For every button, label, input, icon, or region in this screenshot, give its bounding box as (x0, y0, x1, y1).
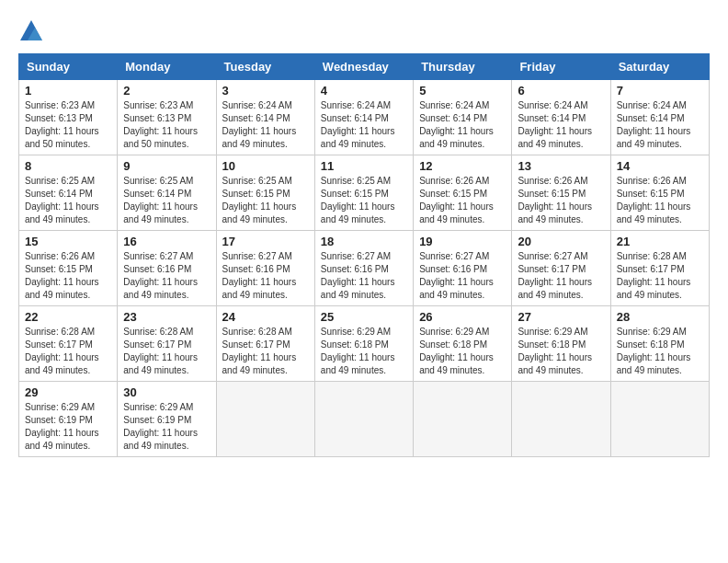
day-info: Sunrise: 6:29 AMSunset: 6:18 PMDaylight:… (419, 327, 494, 375)
calendar-week-2: 8 Sunrise: 6:25 AMSunset: 6:14 PMDayligh… (19, 155, 710, 231)
calendar-cell (414, 382, 512, 457)
day-number: 26 (419, 310, 506, 324)
calendar-cell: 14 Sunrise: 6:26 AMSunset: 6:15 PMDaylig… (610, 155, 709, 231)
day-number: 16 (123, 235, 210, 248)
day-info: Sunrise: 6:24 AMSunset: 6:14 PMDaylight:… (222, 100, 297, 149)
day-info: Sunrise: 6:27 AMSunset: 6:16 PMDaylight:… (222, 251, 297, 300)
day-number: 13 (518, 159, 604, 173)
calendar-cell: 8 Sunrise: 6:25 AMSunset: 6:14 PMDayligh… (19, 155, 118, 231)
calendar-cell: 12 Sunrise: 6:26 AMSunset: 6:15 PMDaylig… (414, 155, 512, 231)
day-number: 19 (419, 235, 506, 248)
day-info: Sunrise: 6:24 AMSunset: 6:14 PMDaylight:… (419, 100, 494, 149)
day-number: 21 (617, 235, 703, 248)
calendar-cell: 13 Sunrise: 6:26 AMSunset: 6:15 PMDaylig… (512, 155, 610, 231)
calendar-cell: 23 Sunrise: 6:28 AMSunset: 6:17 PMDaylig… (118, 306, 216, 382)
day-info: Sunrise: 6:28 AMSunset: 6:17 PMDaylight:… (222, 327, 297, 375)
day-number: 12 (419, 159, 506, 173)
calendar-cell (314, 382, 413, 457)
day-info: Sunrise: 6:24 AMSunset: 6:14 PMDaylight:… (518, 100, 592, 149)
calendar-cell: 3 Sunrise: 6:24 AMSunset: 6:14 PMDayligh… (216, 80, 314, 155)
day-number: 17 (222, 235, 309, 248)
calendar-cell: 28 Sunrise: 6:29 AMSunset: 6:18 PMDaylig… (610, 306, 709, 382)
calendar-cell: 24 Sunrise: 6:28 AMSunset: 6:17 PMDaylig… (216, 306, 314, 382)
calendar-cell: 10 Sunrise: 6:25 AMSunset: 6:15 PMDaylig… (216, 155, 314, 231)
day-number: 8 (25, 159, 111, 173)
day-number: 22 (25, 310, 111, 324)
weekday-header-monday: Monday (118, 54, 216, 80)
day-info: Sunrise: 6:25 AMSunset: 6:14 PMDaylight:… (25, 176, 99, 224)
calendar-cell: 22 Sunrise: 6:28 AMSunset: 6:17 PMDaylig… (19, 306, 118, 382)
day-number: 14 (617, 159, 703, 173)
day-info: Sunrise: 6:26 AMSunset: 6:15 PMDaylight:… (518, 176, 592, 224)
day-info: Sunrise: 6:26 AMSunset: 6:15 PMDaylight:… (25, 251, 99, 300)
day-info: Sunrise: 6:29 AMSunset: 6:18 PMDaylight:… (321, 327, 395, 375)
calendar-table: SundayMondayTuesdayWednesdayThursdayFrid… (18, 53, 710, 457)
day-info: Sunrise: 6:24 AMSunset: 6:14 PMDaylight:… (617, 100, 691, 149)
weekday-header-friday: Friday (512, 54, 610, 80)
calendar-week-1: 1 Sunrise: 6:23 AMSunset: 6:13 PMDayligh… (19, 80, 710, 155)
calendar-cell: 19 Sunrise: 6:27 AMSunset: 6:16 PMDaylig… (414, 231, 512, 306)
day-number: 10 (222, 159, 309, 173)
day-number: 7 (617, 84, 703, 98)
day-info: Sunrise: 6:26 AMSunset: 6:15 PMDaylight:… (419, 176, 494, 224)
logo-icon (18, 18, 44, 44)
calendar-cell (512, 382, 610, 457)
calendar-cell: 15 Sunrise: 6:26 AMSunset: 6:15 PMDaylig… (19, 231, 118, 306)
day-info: Sunrise: 6:26 AMSunset: 6:15 PMDaylight:… (617, 176, 691, 224)
weekday-header-thursday: Thursday (414, 54, 512, 80)
day-info: Sunrise: 6:28 AMSunset: 6:17 PMDaylight:… (617, 251, 691, 300)
day-number: 9 (123, 159, 210, 173)
day-number: 4 (321, 84, 407, 98)
day-number: 27 (518, 310, 604, 324)
day-number: 1 (25, 84, 111, 98)
calendar-week-3: 15 Sunrise: 6:26 AMSunset: 6:15 PMDaylig… (19, 231, 710, 306)
day-info: Sunrise: 6:29 AMSunset: 6:19 PMDaylight:… (25, 402, 99, 451)
day-info: Sunrise: 6:25 AMSunset: 6:15 PMDaylight:… (321, 176, 395, 224)
day-info: Sunrise: 6:27 AMSunset: 6:16 PMDaylight:… (419, 251, 494, 300)
day-number: 15 (25, 235, 111, 248)
calendar-cell: 26 Sunrise: 6:29 AMSunset: 6:18 PMDaylig… (414, 306, 512, 382)
weekday-header-saturday: Saturday (610, 54, 709, 80)
calendar-cell: 25 Sunrise: 6:29 AMSunset: 6:18 PMDaylig… (314, 306, 413, 382)
day-number: 23 (123, 310, 210, 324)
calendar-cell (216, 382, 314, 457)
calendar-cell: 30 Sunrise: 6:29 AMSunset: 6:19 PMDaylig… (118, 382, 216, 457)
day-info: Sunrise: 6:29 AMSunset: 6:19 PMDaylight:… (123, 402, 198, 451)
logo (18, 18, 48, 44)
calendar-cell: 20 Sunrise: 6:27 AMSunset: 6:17 PMDaylig… (512, 231, 610, 306)
calendar-cell: 4 Sunrise: 6:24 AMSunset: 6:14 PMDayligh… (314, 80, 413, 155)
calendar-cell: 5 Sunrise: 6:24 AMSunset: 6:14 PMDayligh… (414, 80, 512, 155)
day-info: Sunrise: 6:27 AMSunset: 6:16 PMDaylight:… (321, 251, 395, 300)
day-info: Sunrise: 6:24 AMSunset: 6:14 PMDaylight:… (321, 100, 395, 149)
day-info: Sunrise: 6:25 AMSunset: 6:15 PMDaylight:… (222, 176, 297, 224)
day-info: Sunrise: 6:28 AMSunset: 6:17 PMDaylight:… (123, 327, 198, 375)
weekday-header-sunday: Sunday (19, 54, 118, 80)
day-info: Sunrise: 6:28 AMSunset: 6:17 PMDaylight:… (25, 327, 99, 375)
day-info: Sunrise: 6:29 AMSunset: 6:18 PMDaylight:… (617, 327, 691, 375)
day-number: 11 (321, 159, 407, 173)
calendar-cell: 16 Sunrise: 6:27 AMSunset: 6:16 PMDaylig… (118, 231, 216, 306)
day-info: Sunrise: 6:27 AMSunset: 6:16 PMDaylight:… (123, 251, 198, 300)
day-number: 25 (321, 310, 407, 324)
day-info: Sunrise: 6:23 AMSunset: 6:13 PMDaylight:… (25, 100, 99, 149)
calendar-cell: 18 Sunrise: 6:27 AMSunset: 6:16 PMDaylig… (314, 231, 413, 306)
day-number: 29 (25, 385, 111, 399)
calendar-cell: 21 Sunrise: 6:28 AMSunset: 6:17 PMDaylig… (610, 231, 709, 306)
day-number: 28 (617, 310, 703, 324)
weekday-header-tuesday: Tuesday (216, 54, 314, 80)
day-number: 6 (518, 84, 604, 98)
weekday-header-wednesday: Wednesday (314, 54, 413, 80)
header (18, 18, 710, 44)
calendar-cell: 1 Sunrise: 6:23 AMSunset: 6:13 PMDayligh… (19, 80, 118, 155)
calendar-cell: 7 Sunrise: 6:24 AMSunset: 6:14 PMDayligh… (610, 80, 709, 155)
day-number: 30 (123, 385, 210, 399)
calendar-cell: 9 Sunrise: 6:25 AMSunset: 6:14 PMDayligh… (118, 155, 216, 231)
calendar-cell: 11 Sunrise: 6:25 AMSunset: 6:15 PMDaylig… (314, 155, 413, 231)
calendar-cell: 6 Sunrise: 6:24 AMSunset: 6:14 PMDayligh… (512, 80, 610, 155)
calendar-cell: 2 Sunrise: 6:23 AMSunset: 6:13 PMDayligh… (118, 80, 216, 155)
day-number: 24 (222, 310, 309, 324)
day-info: Sunrise: 6:27 AMSunset: 6:17 PMDaylight:… (518, 251, 592, 300)
calendar-week-4: 22 Sunrise: 6:28 AMSunset: 6:17 PMDaylig… (19, 306, 710, 382)
day-info: Sunrise: 6:29 AMSunset: 6:18 PMDaylight:… (518, 327, 592, 375)
day-info: Sunrise: 6:25 AMSunset: 6:14 PMDaylight:… (123, 176, 198, 224)
